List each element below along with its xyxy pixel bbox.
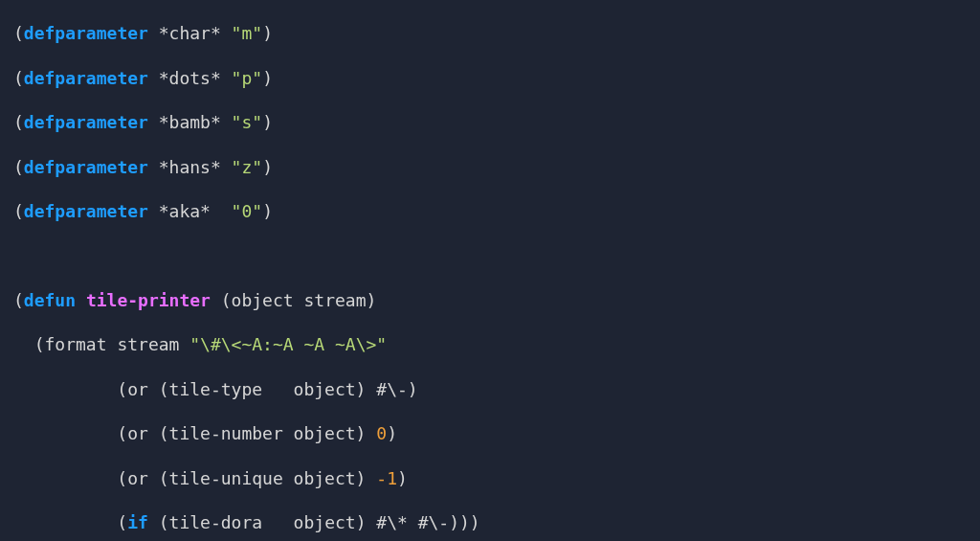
code-line: (format stream "\#\<~A:~A ~A ~A\>" [13,333,980,355]
code-line: (defparameter *char* "m") [13,22,980,44]
code-line: (defun tile-printer (object stream) [13,289,980,311]
blank-line [13,244,980,266]
code-editor[interactable]: (defparameter *char* "m") (defparameter … [0,0,980,541]
code-line: (or (tile-unique object) -1) [13,467,980,489]
code-line: (defparameter *dots* "p") [13,67,980,89]
code-line: (or (tile-number object) 0) [13,422,980,444]
code-line: (defparameter *aka* "0") [13,200,980,222]
code-line: (defparameter *hans* "z") [13,156,980,178]
keyword-defun: defun [24,290,76,310]
function-name: tile-printer [86,290,211,310]
code-line: (if (tile-dora object) #\* #\-))) [13,511,980,533]
keyword-defparameter: defparameter [24,23,148,43]
code-line: (or (tile-type object) #\-) [13,378,980,400]
code-line: (defparameter *bamb* "s") [13,111,980,133]
